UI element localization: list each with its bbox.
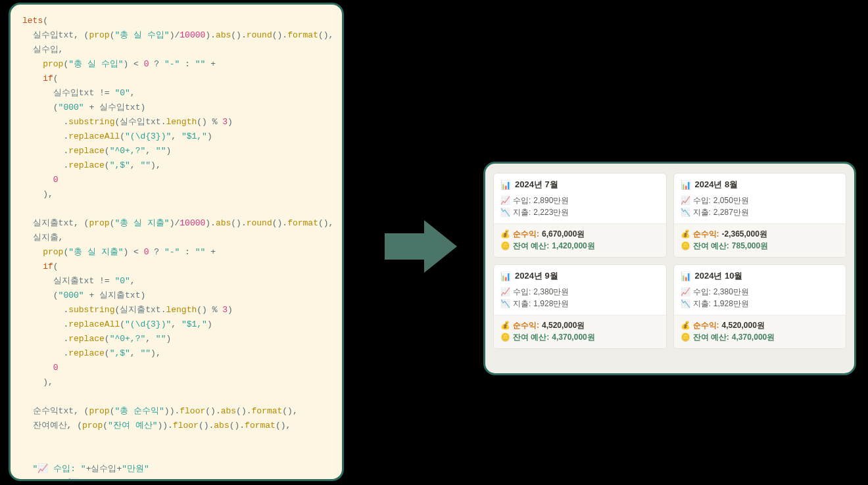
arrow-icon (378, 214, 464, 279)
chart-up-icon: 📈 (681, 195, 690, 206)
chart-down-icon: 📉 (500, 206, 510, 218)
coin-icon: 🪙 (500, 240, 510, 252)
result-panel: 📊 2024년 7월 📈수입: 2,890만원 📉지출: 2,223만원 💰순수… (483, 162, 856, 375)
card-title: 2024년 9월 (515, 270, 558, 282)
coin-icon: 🪙 (500, 331, 510, 343)
coin-icon: 🪙 (681, 331, 690, 343)
bar-chart-icon: 📊 (681, 271, 691, 281)
money-bag-icon: 💰 (500, 319, 510, 331)
card-title: 2024년 8월 (695, 179, 738, 191)
bar-chart-icon: 📊 (500, 271, 511, 281)
bar-chart-icon: 📊 (500, 180, 511, 190)
card-title: 2024년 10월 (695, 270, 743, 282)
bar-chart-icon: 📊 (681, 180, 691, 190)
chart-up-icon: 📈 (500, 286, 510, 298)
card-2024-07[interactable]: 📊 2024년 7월 📈수입: 2,890만원 📉지출: 2,223만원 💰순수… (493, 173, 667, 258)
chart-down-icon: 📉 (500, 298, 510, 310)
chart-down-icon: 📉 (681, 206, 690, 218)
money-bag-icon: 💰 (681, 319, 690, 331)
chart-up-icon: 📈 (500, 195, 510, 206)
cards-grid: 📊 2024년 7월 📈수입: 2,890만원 📉지출: 2,223만원 💰순수… (493, 173, 846, 349)
chart-up-icon: 📈 (681, 286, 690, 298)
card-title: 2024년 7월 (515, 179, 558, 191)
coin-icon: 🪙 (681, 240, 690, 252)
formula-code: lets( 실수입txt, (prop("총 실 수입")/10000).abs… (22, 14, 330, 481)
chart-down-icon: 📉 (681, 298, 690, 310)
card-2024-08[interactable]: 📊 2024년 8월 📈수입: 2,050만원 📉지출: 2,287만원 💰순수… (673, 173, 847, 258)
card-2024-09[interactable]: 📊 2024년 9월 📈수입: 2,380만원 📉지출: 1,928만원 💰순수… (493, 264, 667, 349)
code-panel: lets( 실수입txt, (prop("총 실 수입")/10000).abs… (9, 3, 344, 481)
money-bag-icon: 💰 (681, 228, 690, 240)
card-2024-10[interactable]: 📊 2024년 10월 📈수입: 2,380만원 📉지출: 1,928만원 💰순… (673, 264, 847, 349)
money-bag-icon: 💰 (500, 228, 510, 240)
